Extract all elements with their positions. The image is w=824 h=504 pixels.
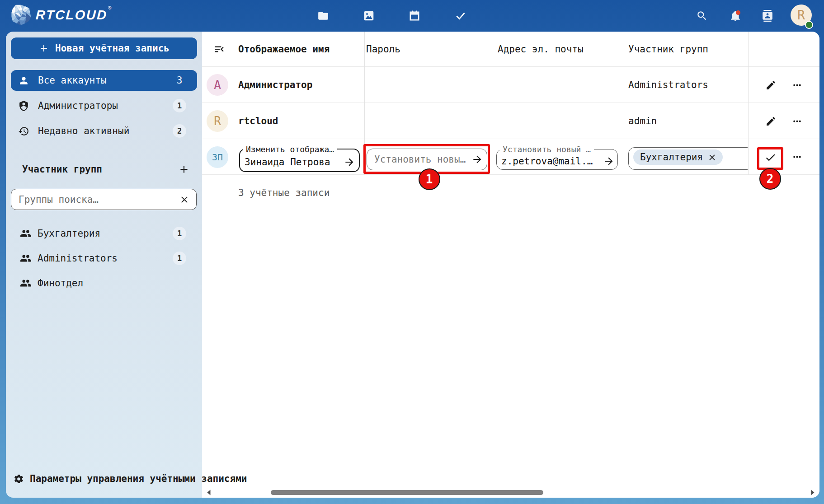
displayname-edit-value[interactable]: Зинаида Петрова: [245, 157, 344, 168]
online-status-dot: [805, 21, 813, 29]
group-item-finotdel[interactable]: Финотдел: [11, 273, 197, 294]
avatar-initial: ЗП: [212, 152, 223, 163]
table-row-editing: ЗП Изменить отобража… Зинаида Петрова Ус…: [202, 139, 819, 175]
plus-icon: [178, 163, 190, 175]
group-chip: Бухгалтерия: [633, 149, 723, 165]
column-header-groups[interactable]: Участник групп: [628, 32, 708, 66]
notifications-button[interactable]: [730, 10, 741, 22]
scroll-right-arrow[interactable]: [809, 489, 816, 496]
group-item-label: Бухгалтерия: [38, 228, 100, 239]
avatar: A: [207, 74, 228, 96]
table-header-row: Отображаемое имя Пароль Адрес эл. почты …: [202, 32, 819, 67]
account-management-settings[interactable]: Параметры управления учётными записями: [14, 473, 247, 484]
avatar-initial: A: [214, 78, 221, 92]
sidebar: Новая учётная запись Все аккаунты 3 Адми…: [6, 32, 202, 498]
pencil-icon: [765, 116, 777, 127]
avatar: R: [207, 110, 228, 132]
email-edit-value[interactable]: z.petrova@mail.…: [501, 156, 603, 167]
app-logo[interactable]: RTCLOUD: [9, 3, 108, 27]
group-item-administrators[interactable]: Administrators 1: [11, 248, 197, 269]
count-badge: 1: [173, 252, 186, 265]
add-group-button[interactable]: [177, 163, 191, 176]
account-multiple-icon: [20, 277, 32, 289]
groups-section-title: Участник групп: [22, 164, 102, 175]
edit-button[interactable]: [761, 111, 781, 131]
row-actions-button[interactable]: [787, 147, 807, 167]
sidebar-item-admins[interactable]: Администраторы 1: [11, 95, 197, 116]
group-item-buhgalteria[interactable]: Бухгалтерия 1: [11, 223, 197, 244]
photos-app-icon[interactable]: [363, 10, 375, 22]
displayname-cell: Администратор: [238, 67, 312, 103]
files-app-icon[interactable]: [317, 10, 329, 22]
count-badge: 3: [173, 74, 186, 87]
column-divider: [748, 32, 749, 175]
accounts-table: Отображаемое имя Пароль Адрес эл. почты …: [202, 32, 819, 498]
new-account-button[interactable]: Новая учётная запись: [11, 37, 197, 59]
avatar-initial: R: [797, 8, 805, 23]
email-edit-field: Установить новый … z.petrova@mail.…: [496, 145, 618, 170]
contacts-icon[interactable]: [762, 10, 773, 22]
group-chip-label: Бухгалтерия: [640, 152, 703, 163]
table-row: A Администратор Administrators: [202, 67, 819, 103]
avatar-initial: R: [214, 114, 221, 128]
search-icon[interactable]: [696, 10, 708, 22]
groups-edit-field[interactable]: Бухгалтерия: [628, 147, 748, 170]
count-badge: 1: [173, 99, 186, 112]
group-search: [11, 189, 197, 210]
group-item-label: Финотдел: [38, 278, 83, 289]
plus-icon: [38, 43, 49, 54]
sidebar-item-label: Администраторы: [38, 100, 118, 111]
count-badge: 2: [173, 124, 186, 138]
submit-arrow-icon[interactable]: [603, 155, 615, 167]
avatar: ЗП: [207, 146, 228, 168]
annotation-number: 2: [767, 172, 774, 186]
submit-arrow-icon[interactable]: [344, 156, 355, 168]
scroll-left-arrow[interactable]: [206, 489, 212, 496]
accounts-nav: Все аккаунты 3 Администраторы 1 Недавно …: [11, 70, 197, 141]
account-multiple-icon: [20, 228, 32, 239]
groups-section-header: Участник групп: [11, 159, 197, 179]
dots-horizontal-icon: [791, 79, 803, 91]
group-search-input[interactable]: [19, 194, 179, 205]
settings-label: Параметры управления учётными записями: [30, 473, 247, 484]
sidebar-item-label: Все аккаунты: [38, 75, 107, 86]
annotation-marker-1: 1: [419, 168, 440, 190]
annotation-box-2: [757, 147, 783, 170]
sidebar-item-all-accounts[interactable]: Все аккаунты 3: [11, 70, 197, 91]
pencil-icon: [765, 79, 777, 91]
displayname-edit-field: Изменить отобража… Зинаида Петрова: [239, 145, 360, 173]
calendar-app-icon[interactable]: [409, 10, 420, 22]
displayname-edit-label: Изменить отобража…: [243, 145, 337, 154]
horizontal-scrollbar-thumb[interactable]: [271, 490, 543, 495]
remove-group-icon[interactable]: [707, 153, 717, 162]
table-row: R rtcloud admin: [202, 103, 819, 139]
row-actions-button[interactable]: [787, 111, 807, 131]
account-multiple-icon: [20, 252, 32, 264]
tasks-app-icon[interactable]: [455, 10, 466, 22]
groups-select-outline: Бухгалтерия: [628, 147, 748, 170]
history-icon: [18, 126, 29, 137]
group-item-label: Administrators: [38, 253, 118, 264]
row-actions-button[interactable]: [787, 75, 807, 95]
column-header-email[interactable]: Адрес эл. почты: [498, 32, 584, 66]
accounts-count-summary: 3 учётные записи: [238, 175, 330, 211]
dots-horizontal-icon: [791, 151, 803, 163]
shield-account-icon: [18, 100, 29, 112]
sidebar-item-label: Недавно активный: [38, 126, 129, 136]
groups-list: Бухгалтерия 1 Administrators 1 Финотдел: [11, 223, 197, 294]
edit-button[interactable]: [761, 75, 781, 95]
clear-search-icon[interactable]: [179, 194, 190, 205]
email-edit-label: Установить новый …: [499, 145, 594, 154]
gear-icon: [14, 474, 24, 484]
new-account-label: Новая учётная запись: [55, 43, 170, 54]
displayname-cell: rtcloud: [238, 103, 278, 139]
logo-registered-mark: ®: [108, 5, 111, 10]
column-header-password[interactable]: Пароль: [366, 32, 400, 66]
account-icon: [18, 75, 29, 86]
column-header-displayname[interactable]: Отображаемое имя: [238, 32, 330, 66]
groups-cell: Administrators: [628, 67, 708, 103]
count-badge: 1: [173, 227, 186, 240]
groups-cell: admin: [628, 103, 657, 139]
menu-open-icon[interactable]: [213, 43, 225, 55]
sidebar-item-recently-active[interactable]: Недавно активный 2: [11, 121, 197, 141]
